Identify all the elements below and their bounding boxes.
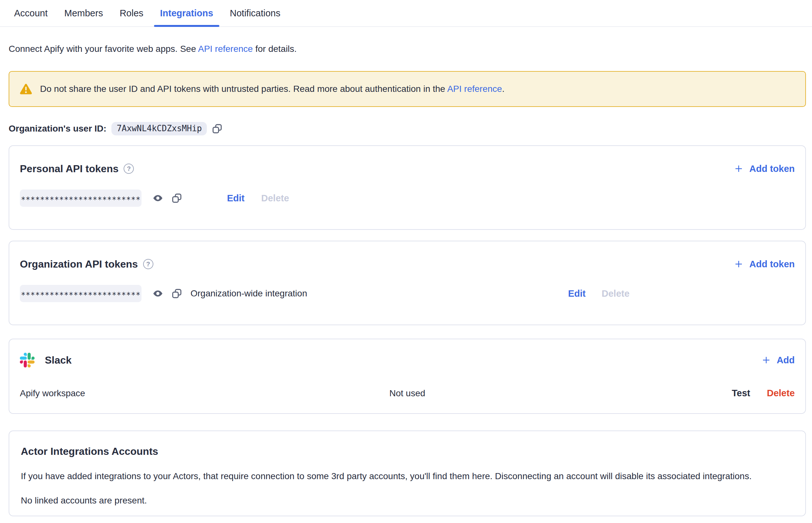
organization-api-tokens-card: Organization API tokens ? Add token ****… [8,241,806,325]
warning-icon [19,83,32,95]
actor-integrations-empty-state: No linked accounts are present. [21,495,795,506]
help-icon[interactable]: ? [124,164,134,174]
edit-personal-token-link[interactable]: Edit [227,193,245,203]
personal-api-tokens-title-text: Personal API tokens [20,162,119,175]
actor-integrations-title: Actor Integrations Accounts [21,445,795,458]
copy-token-icon[interactable] [172,288,182,299]
intro-text-before: Connect Apify with your favorite web app… [8,44,198,54]
delete-org-token-link: Delete [602,288,630,299]
user-id-label: Organization's user ID: [8,124,106,134]
reveal-token-eye-icon[interactable] [151,288,164,299]
slack-workspace-row: Apify workspace Not used Test Delete [20,388,795,398]
test-slack-link[interactable]: Test [731,388,750,398]
copy-icon[interactable] [212,124,223,134]
add-org-token-label: Add token [749,259,795,270]
actor-integrations-accounts-card: Actor Integrations Accounts If you have … [8,431,806,516]
organization-api-tokens-header: Organization API tokens ? Add token [20,257,795,271]
settings-tabs: Account Members Roles Integrations Notif… [0,0,812,27]
personal-api-tokens-card: Personal API tokens ? Add token ********… [8,145,806,230]
user-id-value[interactable]: 7AxwNL4kCDZxsMHip [111,122,207,136]
add-org-token-button[interactable]: Add token [734,259,795,270]
api-reference-link[interactable]: API reference [198,44,253,54]
add-personal-token-label: Add token [749,164,795,174]
slack-header: Slack Add [20,353,795,367]
tab-integrations[interactable]: Integrations [154,0,219,26]
user-id-row: Organization's user ID: 7AxwNL4kCDZxsMHi… [8,121,806,136]
slack-title-wrap: Slack [20,353,72,367]
org-token-masked-value: ************************* [20,285,142,302]
tab-account[interactable]: Account [8,0,54,26]
reveal-token-eye-icon[interactable] [151,193,164,203]
tab-notifications[interactable]: Notifications [224,0,286,26]
slack-workspace-name: Apify workspace [20,388,389,398]
delete-slack-link[interactable]: Delete [767,388,795,398]
intro-text: Connect Apify with your favorite web app… [8,43,806,54]
personal-token-masked-value: ************************* [20,190,142,207]
slack-workspace-status: Not used [389,388,425,398]
slack-integration-card: Slack Add Apify workspace Not used Test … [8,339,806,414]
tab-roles[interactable]: Roles [114,0,149,26]
personal-api-tokens-header: Personal API tokens ? Add token [20,162,795,175]
plus-icon [734,259,743,269]
organization-api-tokens-title-text: Organization API tokens [20,257,138,271]
personal-api-tokens-title: Personal API tokens ? [20,162,134,175]
warning-text-after: . [502,84,505,94]
warning-api-reference-link[interactable]: API reference [447,84,502,94]
integrations-page: Connect Apify with your favorite web app… [0,43,812,516]
add-slack-button[interactable]: Add [761,355,795,365]
delete-personal-token-link: Delete [261,193,289,203]
org-token-row: ************************* Organization-w… [20,285,795,302]
plus-icon [734,164,743,174]
slack-logo-icon [20,353,35,367]
slack-title: Slack [45,353,72,367]
add-personal-token-button[interactable]: Add token [734,164,795,174]
plus-icon [761,355,771,365]
help-icon[interactable]: ? [143,259,153,269]
actor-integrations-description: If you have added integrations to your A… [21,471,795,482]
slack-row-actions: Test Delete [425,388,795,398]
warning-text: Do not share the user ID and API tokens … [40,83,505,95]
org-token-description: Organization-wide integration [191,288,307,299]
warning-text-before: Do not share the user ID and API tokens … [40,84,447,94]
organization-api-tokens-title: Organization API tokens ? [20,257,153,271]
add-slack-label: Add [777,355,795,365]
tab-members[interactable]: Members [58,0,109,26]
warning-banner: Do not share the user ID and API tokens … [8,71,806,107]
edit-org-token-link[interactable]: Edit [568,288,586,299]
personal-token-row: ************************* Edit Delete [20,190,795,207]
intro-text-after: for details. [253,44,297,54]
copy-token-icon[interactable] [172,193,182,203]
